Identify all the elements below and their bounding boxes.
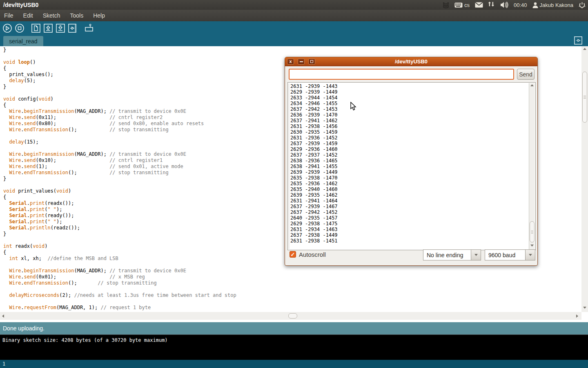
menu-file[interactable]: File: [4, 12, 13, 19]
baud-rate-value: 9600 baud: [485, 249, 525, 260]
send-button[interactable]: Send: [517, 69, 535, 80]
serial-output-area[interactable]: 2631 -2939 -1443 2629 -2939 -1449 2633 -…: [287, 82, 536, 250]
menu-help[interactable]: Help: [93, 12, 105, 19]
scroll-up-arrow-icon[interactable]: [583, 48, 586, 50]
monitor-titlebar[interactable]: x /dev/ttyUSB0: [285, 57, 537, 66]
network-icon[interactable]: [488, 2, 495, 8]
editor-horizontal-scrollbar[interactable]: [0, 312, 581, 320]
monitor-title: /dev/ttyUSB0: [285, 58, 537, 65]
tab-strip: serial_read: [0, 35, 588, 46]
arduino-ide-screen: /dev/ttyUSB0 cs 00:40 Jaku: [0, 0, 588, 368]
line-number: 1: [2, 361, 5, 367]
menu-edit[interactable]: Edit: [23, 12, 33, 19]
footer-bar: 1: [0, 360, 588, 368]
updates-icon[interactable]: [443, 2, 449, 8]
editor-vertical-scrollbar[interactable]: [581, 46, 588, 312]
autoscroll-label: Autoscroll: [299, 251, 326, 258]
baud-dropdown-button[interactable]: [525, 249, 535, 260]
serial-input[interactable]: [289, 69, 514, 80]
console-text: Binary sketch size: 4208 bytes (of a 307…: [2, 337, 168, 343]
scroll-down-arrow-icon[interactable]: [583, 307, 586, 309]
open-sketch-button[interactable]: [43, 23, 53, 34]
serial-monitor-window: x /dev/ttyUSB0 Send 2631 -2939 -1443 262…: [285, 57, 538, 266]
editor-scrollbar-thumb[interactable]: [582, 72, 587, 123]
autoscroll-checkbox[interactable]: ✓: [290, 251, 296, 258]
status-message: Done uploading.: [3, 325, 45, 332]
send-row: Send: [285, 66, 537, 83]
baud-rate-dropdown[interactable]: 9600 baud: [485, 249, 535, 260]
menubar: File Edit Sketch Tools Help: [0, 10, 588, 21]
session-power-icon[interactable]: [579, 2, 586, 9]
chevron-down-icon: [529, 254, 532, 256]
volume-icon[interactable]: [500, 2, 508, 8]
clock[interactable]: 00:40: [514, 2, 527, 8]
keyboard-icon: [454, 2, 463, 8]
scroll-right-arrow-icon[interactable]: [576, 314, 578, 318]
status-bar: Done uploading.: [0, 322, 588, 334]
menu-tools[interactable]: Tools: [70, 12, 84, 19]
system-tray: cs 00:40 Jakub Kakona: [443, 0, 586, 10]
keyboard-layout-indicator[interactable]: cs: [454, 2, 470, 8]
system-panel: /dev/ttyUSB0 cs 00:40 Jaku: [0, 0, 588, 10]
toolbar: [0, 21, 588, 35]
user-icon: [532, 2, 538, 8]
monitor-scroll-down-icon[interactable]: [530, 245, 534, 247]
line-ending-value: No line ending: [423, 249, 471, 260]
mail-icon[interactable]: [475, 2, 483, 8]
monitor-scrollbar-thumb[interactable]: [530, 221, 535, 242]
line-ending-dropdown[interactable]: No line ending: [423, 249, 481, 260]
new-sketch-button[interactable]: [31, 23, 41, 34]
serial-output: 2631 -2939 -1443 2629 -2939 -1449 2633 -…: [289, 83, 528, 249]
verify-button[interactable]: [2, 23, 13, 34]
window-title: /dev/ttyUSB0: [0, 2, 38, 8]
tab-serial-read[interactable]: serial_read: [3, 36, 43, 46]
user-menu[interactable]: Jakub Kakona: [532, 2, 573, 8]
save-sketch-button[interactable]: [55, 23, 66, 34]
monitor-scrollbar[interactable]: [529, 83, 535, 249]
monitor-scroll-up-icon[interactable]: [530, 84, 534, 86]
monitor-footer: ✓ Autoscroll No line ending 9600 baud: [285, 247, 537, 263]
serial-monitor-button[interactable]: [84, 23, 94, 34]
upload-button[interactable]: [67, 23, 78, 34]
chevron-down-icon: [474, 254, 478, 256]
user-name: Jakub Kakona: [540, 2, 573, 8]
stop-button[interactable]: [14, 23, 25, 34]
menu-sketch[interactable]: Sketch: [43, 12, 60, 19]
console-output: Binary sketch size: 4208 bytes (of a 307…: [0, 334, 588, 360]
horizontal-scrollbar-thumb[interactable]: [288, 313, 297, 319]
mouse-cursor: [350, 102, 357, 112]
tab-menu-button[interactable]: [574, 36, 583, 45]
scroll-left-arrow-icon[interactable]: [2, 314, 4, 318]
line-ending-dropdown-button[interactable]: [471, 249, 481, 260]
